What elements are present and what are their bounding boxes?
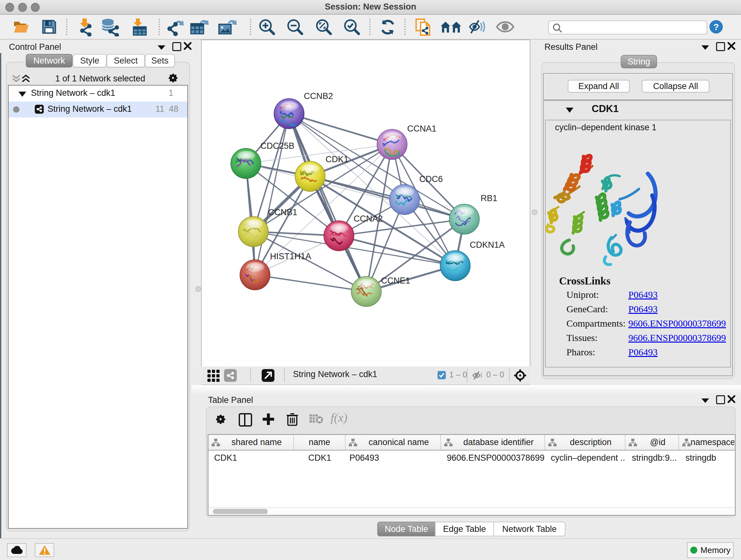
svg-text:CDC6: CDC6 [419,174,443,184]
svg-text:HIST1H1A: HIST1H1A [270,252,311,261]
svg-text:?: ? [713,22,719,32]
svg-text:CDK1: CDK1 [326,154,348,164]
svg-text:CCNA1: CCNA1 [407,124,436,133]
svg-text:CDC25B: CDC25B [260,141,294,151]
svg-text:CCNB1: CCNB1 [268,207,297,217]
svg-text:CCNE1: CCNE1 [381,276,410,286]
svg-text:CDKN1A: CDKN1A [470,240,505,250]
svg-text:CCNB2: CCNB2 [304,91,333,101]
svg-text:CCNA2: CCNA2 [354,214,383,224]
svg-text:RB1: RB1 [481,193,497,203]
